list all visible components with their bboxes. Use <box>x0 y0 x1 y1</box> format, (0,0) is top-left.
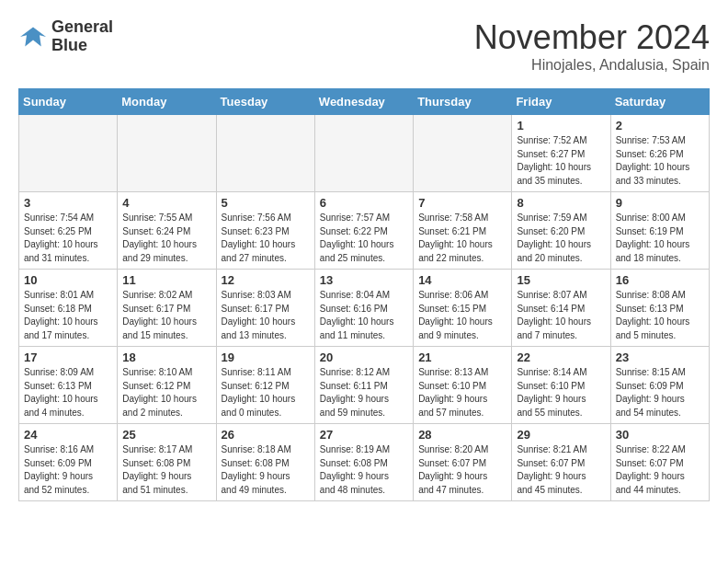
day-number: 15 <box>517 273 605 287</box>
day-info: Sunrise: 8:19 AM Sunset: 6:08 PM Dayligh… <box>320 443 408 497</box>
calendar-cell: 14Sunrise: 8:06 AM Sunset: 6:15 PM Dayli… <box>414 270 512 347</box>
calendar-cell: 15Sunrise: 8:07 AM Sunset: 6:14 PM Dayli… <box>512 270 610 347</box>
calendar-week-5: 24Sunrise: 8:16 AM Sunset: 6:09 PM Dayli… <box>19 424 710 501</box>
calendar-cell: 8Sunrise: 7:59 AM Sunset: 6:20 PM Daylig… <box>512 192 610 270</box>
logo: General Blue <box>18 18 113 55</box>
day-info: Sunrise: 7:57 AM Sunset: 6:22 PM Dayligh… <box>320 212 408 265</box>
calendar-cell <box>19 115 118 192</box>
calendar-cell: 25Sunrise: 8:17 AM Sunset: 6:08 PM Dayli… <box>118 424 216 501</box>
calendar-cell: 22Sunrise: 8:14 AM Sunset: 6:10 PM Dayli… <box>512 347 610 424</box>
weekday-header-tuesday: Tuesday <box>216 89 314 115</box>
calendar-cell <box>216 115 314 192</box>
calendar-cell: 18Sunrise: 8:10 AM Sunset: 6:12 PM Dayli… <box>118 347 216 424</box>
day-number: 23 <box>616 350 704 364</box>
day-number: 26 <box>222 428 310 442</box>
day-number: 29 <box>517 428 605 442</box>
day-number: 7 <box>418 196 506 210</box>
calendar-cell <box>118 115 216 192</box>
day-info: Sunrise: 8:15 AM Sunset: 6:09 PM Dayligh… <box>616 366 704 419</box>
calendar-cell: 3Sunrise: 7:54 AM Sunset: 6:25 PM Daylig… <box>19 192 118 270</box>
logo-text: General Blue <box>51 18 113 55</box>
weekday-header-friday: Friday <box>512 89 610 115</box>
day-info: Sunrise: 8:07 AM Sunset: 6:14 PM Dayligh… <box>517 289 605 342</box>
calendar-cell: 10Sunrise: 8:01 AM Sunset: 6:18 PM Dayli… <box>19 270 118 347</box>
calendar-cell: 23Sunrise: 8:15 AM Sunset: 6:09 PM Dayli… <box>610 347 709 424</box>
weekday-header-sunday: Sunday <box>19 89 118 115</box>
day-number: 10 <box>24 273 112 287</box>
page-header: General Blue November 2024 Hinojales, An… <box>18 18 710 74</box>
calendar-cell: 5Sunrise: 7:56 AM Sunset: 6:23 PM Daylig… <box>216 192 314 270</box>
day-number: 1 <box>517 119 605 132</box>
day-info: Sunrise: 7:52 AM Sunset: 6:27 PM Dayligh… <box>517 134 605 188</box>
day-info: Sunrise: 8:00 AM Sunset: 6:19 PM Dayligh… <box>616 212 704 265</box>
calendar-cell: 13Sunrise: 8:04 AM Sunset: 6:16 PM Dayli… <box>314 270 413 347</box>
day-number: 30 <box>616 428 704 442</box>
calendar-week-4: 17Sunrise: 8:09 AM Sunset: 6:13 PM Dayli… <box>19 347 710 424</box>
day-info: Sunrise: 8:06 AM Sunset: 6:15 PM Dayligh… <box>418 289 506 342</box>
day-number: 6 <box>320 196 408 210</box>
day-info: Sunrise: 8:21 AM Sunset: 6:07 PM Dayligh… <box>517 443 605 497</box>
calendar-table: SundayMondayTuesdayWednesdayThursdayFrid… <box>18 88 710 501</box>
calendar-cell: 7Sunrise: 7:58 AM Sunset: 6:21 PM Daylig… <box>414 192 512 270</box>
month-title: November 2024 <box>474 18 710 57</box>
calendar-week-1: 1Sunrise: 7:52 AM Sunset: 6:27 PM Daylig… <box>19 115 710 192</box>
day-info: Sunrise: 8:22 AM Sunset: 6:07 PM Dayligh… <box>616 443 704 497</box>
weekday-header-monday: Monday <box>118 89 216 115</box>
calendar-cell: 27Sunrise: 8:19 AM Sunset: 6:08 PM Dayli… <box>314 424 413 501</box>
calendar-cell <box>314 115 413 192</box>
day-info: Sunrise: 8:14 AM Sunset: 6:10 PM Dayligh… <box>517 366 605 419</box>
day-info: Sunrise: 8:01 AM Sunset: 6:18 PM Dayligh… <box>24 289 112 342</box>
day-info: Sunrise: 7:55 AM Sunset: 6:24 PM Dayligh… <box>122 212 210 265</box>
day-number: 4 <box>122 196 210 210</box>
calendar-cell: 4Sunrise: 7:55 AM Sunset: 6:24 PM Daylig… <box>118 192 216 270</box>
day-number: 21 <box>418 350 506 364</box>
calendar-cell: 29Sunrise: 8:21 AM Sunset: 6:07 PM Dayli… <box>512 424 610 501</box>
title-block: November 2024 Hinojales, Andalusia, Spai… <box>474 18 710 74</box>
day-info: Sunrise: 8:12 AM Sunset: 6:11 PM Dayligh… <box>320 366 408 419</box>
calendar-cell: 9Sunrise: 8:00 AM Sunset: 6:19 PM Daylig… <box>610 192 709 270</box>
day-number: 20 <box>320 350 408 364</box>
calendar-cell: 26Sunrise: 8:18 AM Sunset: 6:08 PM Dayli… <box>216 424 314 501</box>
svg-marker-0 <box>20 27 46 46</box>
day-number: 19 <box>222 350 310 364</box>
day-number: 17 <box>24 350 112 364</box>
calendar-cell: 24Sunrise: 8:16 AM Sunset: 6:09 PM Dayli… <box>19 424 118 501</box>
day-number: 9 <box>616 196 704 210</box>
day-info: Sunrise: 7:54 AM Sunset: 6:25 PM Dayligh… <box>24 212 112 265</box>
day-info: Sunrise: 8:11 AM Sunset: 6:12 PM Dayligh… <box>222 366 310 419</box>
day-info: Sunrise: 7:58 AM Sunset: 6:21 PM Dayligh… <box>418 212 506 265</box>
day-info: Sunrise: 8:09 AM Sunset: 6:13 PM Dayligh… <box>24 366 112 419</box>
calendar-cell: 17Sunrise: 8:09 AM Sunset: 6:13 PM Dayli… <box>19 347 118 424</box>
day-info: Sunrise: 8:20 AM Sunset: 6:07 PM Dayligh… <box>418 443 506 497</box>
logo-icon <box>18 24 48 50</box>
day-number: 27 <box>320 428 408 442</box>
day-number: 24 <box>24 428 112 442</box>
day-number: 22 <box>517 350 605 364</box>
day-number: 3 <box>24 196 112 210</box>
day-info: Sunrise: 7:59 AM Sunset: 6:20 PM Dayligh… <box>517 212 605 265</box>
calendar-week-2: 3Sunrise: 7:54 AM Sunset: 6:25 PM Daylig… <box>19 192 710 270</box>
day-number: 11 <box>122 273 210 287</box>
weekday-header-row: SundayMondayTuesdayWednesdayThursdayFrid… <box>19 89 710 115</box>
weekday-header-wednesday: Wednesday <box>314 89 413 115</box>
day-info: Sunrise: 8:17 AM Sunset: 6:08 PM Dayligh… <box>122 443 210 497</box>
location: Hinojales, Andalusia, Spain <box>474 57 710 74</box>
day-number: 16 <box>616 273 704 287</box>
weekday-header-thursday: Thursday <box>414 89 512 115</box>
day-info: Sunrise: 7:56 AM Sunset: 6:23 PM Dayligh… <box>222 212 310 265</box>
day-info: Sunrise: 8:18 AM Sunset: 6:08 PM Dayligh… <box>222 443 310 497</box>
calendar-cell: 1Sunrise: 7:52 AM Sunset: 6:27 PM Daylig… <box>512 115 610 192</box>
calendar-cell: 12Sunrise: 8:03 AM Sunset: 6:17 PM Dayli… <box>216 270 314 347</box>
day-info: Sunrise: 7:53 AM Sunset: 6:26 PM Dayligh… <box>616 134 704 188</box>
day-number: 5 <box>222 196 310 210</box>
day-number: 18 <box>122 350 210 364</box>
day-info: Sunrise: 8:02 AM Sunset: 6:17 PM Dayligh… <box>122 289 210 342</box>
day-info: Sunrise: 8:13 AM Sunset: 6:10 PM Dayligh… <box>418 366 506 419</box>
day-number: 14 <box>418 273 506 287</box>
day-info: Sunrise: 8:16 AM Sunset: 6:09 PM Dayligh… <box>24 443 112 497</box>
day-number: 8 <box>517 196 605 210</box>
day-info: Sunrise: 8:03 AM Sunset: 6:17 PM Dayligh… <box>222 289 310 342</box>
calendar-cell: 19Sunrise: 8:11 AM Sunset: 6:12 PM Dayli… <box>216 347 314 424</box>
day-number: 28 <box>418 428 506 442</box>
day-number: 12 <box>222 273 310 287</box>
